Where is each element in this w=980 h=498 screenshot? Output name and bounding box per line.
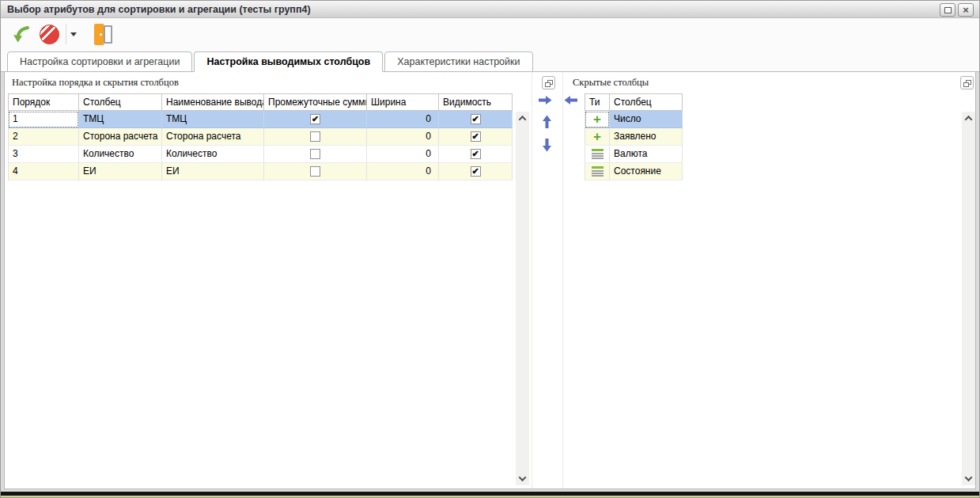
table-row[interactable]: 3 Количество Количество 0 (8, 146, 513, 163)
table-row[interactable]: Состояние (585, 163, 683, 181)
column-type-icon (593, 131, 601, 143)
exit-button[interactable] (91, 22, 115, 46)
chevron-down-icon (519, 473, 527, 481)
cell-column[interactable]: Число (610, 111, 683, 128)
subtotals-checkbox[interactable] (310, 149, 320, 159)
undo-button[interactable] (10, 22, 32, 46)
move-up-button[interactable] (542, 115, 552, 128)
right-panel-caption: Скрытые столбцы (573, 77, 649, 89)
right-panel-maximize-button[interactable] (960, 76, 974, 89)
right-arrow-icon (539, 95, 552, 105)
cell-subtotals[interactable] (264, 146, 367, 163)
down-arrow-icon (542, 139, 552, 152)
cell-output-name[interactable]: ЕИ (162, 163, 264, 181)
scroll-down-button[interactable] (962, 472, 975, 485)
left-table-scrollbar[interactable] (516, 112, 529, 485)
exit-door-icon (94, 24, 112, 45)
cell-order[interactable]: 3 (8, 146, 79, 163)
restore-panel-icon (963, 80, 972, 87)
move-left-button[interactable] (564, 95, 577, 105)
header-order[interactable]: Порядок (8, 93, 79, 111)
table-row[interactable]: 1 ТМЦ ТМЦ 0 (8, 111, 513, 128)
table-row[interactable]: Число (585, 111, 683, 128)
scroll-up-button[interactable] (516, 112, 529, 125)
close-button[interactable]: × (958, 3, 974, 17)
cell-visibility[interactable] (439, 128, 513, 146)
undo-arrow-icon (11, 24, 32, 45)
cell-order[interactable]: 2 (8, 128, 79, 146)
title-bar[interactable]: Выбор атрибутов для сортировки и агрегац… (1, 1, 979, 18)
cell-visibility[interactable] (439, 111, 513, 128)
cell-column[interactable]: ЕИ (79, 163, 162, 181)
chevron-up-icon (965, 116, 973, 124)
table-row[interactable]: Заявлено (585, 128, 683, 146)
header-column[interactable]: Столбец (610, 93, 683, 111)
left-panel-caption: Настройка порядка и скрытия столбцов (12, 77, 179, 89)
cell-subtotals[interactable] (264, 111, 367, 128)
scroll-down-button[interactable] (516, 472, 529, 485)
header-width[interactable]: Ширина (367, 93, 439, 111)
tab-settings-characteristics[interactable]: Характеристики настройки (384, 51, 532, 72)
scroll-up-button[interactable] (962, 112, 975, 125)
subtotals-checkbox[interactable] (310, 114, 320, 124)
cancel-dropdown-button[interactable] (66, 32, 77, 36)
table-header-row: Порядок Столбец Наименование вывода Пром… (8, 93, 513, 111)
cell-width[interactable]: 0 (367, 146, 439, 163)
header-subtotals[interactable]: Промежуточные суммы (264, 93, 367, 111)
maximize-button[interactable] (940, 3, 955, 17)
cancel-button[interactable] (37, 22, 61, 46)
up-arrow-icon (542, 115, 552, 128)
columns-order-table: Порядок Столбец Наименование вывода Пром… (8, 93, 513, 181)
cell-order[interactable]: 4 (8, 163, 79, 181)
visibility-checkbox[interactable] (471, 149, 481, 159)
cell-subtotals[interactable] (264, 163, 367, 181)
cell-type[interactable] (585, 128, 610, 146)
chevron-down-icon (965, 473, 973, 481)
tab-output-columns[interactable]: Настройка выводимых столбцов (194, 51, 383, 72)
hidden-columns-table: Ти Столбец Число Заявлено Валюта Состоян… (585, 93, 683, 181)
subtotals-checkbox[interactable] (310, 166, 320, 177)
visibility-checkbox[interactable] (471, 114, 481, 124)
cell-width[interactable]: 0 (367, 128, 439, 146)
cell-visibility[interactable] (439, 163, 513, 181)
cell-output-name[interactable]: Количество (162, 146, 264, 163)
visibility-checkbox[interactable] (471, 131, 481, 142)
subtotals-checkbox[interactable] (310, 131, 320, 142)
table-row[interactable]: 4 ЕИ ЕИ 0 (8, 163, 513, 181)
cell-column[interactable]: Количество (79, 146, 162, 163)
cell-width[interactable]: 0 (367, 111, 439, 128)
cell-output-name[interactable]: ТМЦ (162, 111, 264, 128)
window-controls: × (940, 3, 974, 17)
column-type-icon (592, 149, 604, 159)
move-right-button[interactable] (539, 95, 552, 105)
cell-column[interactable]: Состояние (610, 163, 683, 181)
cell-output-name[interactable]: Сторона расчета (162, 128, 264, 146)
header-column[interactable]: Столбец (79, 93, 162, 111)
cell-visibility[interactable] (439, 146, 513, 163)
header-output-name[interactable]: Наименование вывода (162, 93, 264, 111)
tab-sorting-aggregation[interactable]: Настройка сортировки и агрегации (7, 51, 192, 72)
cell-column[interactable]: Валюта (610, 146, 683, 163)
move-down-button[interactable] (542, 139, 552, 152)
maximize-icon (944, 7, 952, 13)
close-icon: × (963, 5, 969, 15)
left-arrow-icon (564, 95, 577, 105)
tab-content-panel: Настройка порядка и скрытия столбцов Пор… (4, 72, 976, 489)
cell-order[interactable]: 1 (8, 111, 79, 128)
cell-column[interactable]: ТМЦ (79, 111, 162, 128)
right-table-scrollbar[interactable] (962, 112, 975, 485)
transfer-strip (532, 72, 563, 488)
table-row[interactable]: Валюта (585, 146, 683, 163)
cell-type[interactable] (585, 111, 610, 128)
header-type[interactable]: Ти (585, 93, 610, 111)
cell-width[interactable]: 0 (367, 163, 439, 181)
cell-subtotals[interactable] (264, 128, 367, 146)
cell-column[interactable]: Заявлено (610, 128, 683, 146)
bottom-edge-line (1, 496, 979, 497)
cell-type[interactable] (585, 146, 610, 163)
visibility-checkbox[interactable] (471, 166, 481, 177)
cell-column[interactable]: Сторона расчета (79, 128, 162, 146)
table-row[interactable]: 2 Сторона расчета Сторона расчета 0 (8, 128, 513, 146)
header-visibility[interactable]: Видимость (439, 93, 513, 111)
cell-type[interactable] (585, 163, 610, 181)
